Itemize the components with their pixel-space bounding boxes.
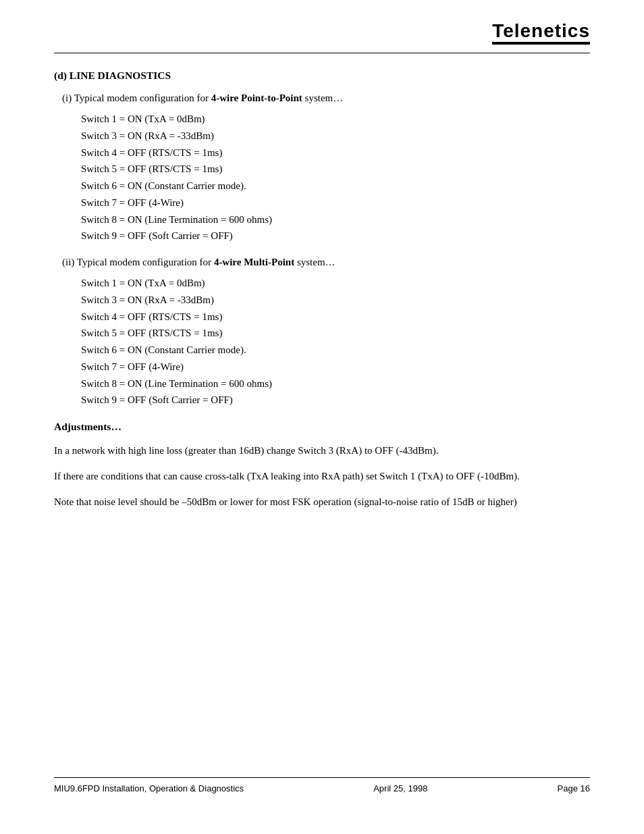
list-item: Switch 9 = OFF (Soft Carrier = OFF): [81, 392, 590, 409]
adjustment-para-3: Note that noise level should be –50dBm o…: [54, 494, 590, 510]
subsection-ii-suffix: system…: [294, 257, 335, 267]
header: Telenetics: [54, 20, 590, 42]
main-content: (d) LINE DIAGNOSTICS (i) Typical modem c…: [54, 70, 590, 777]
subsection-i-prefix: (i) Typical modem configuration for: [62, 93, 211, 103]
list-item: Switch 3 = ON (RxA = -33dBm): [81, 292, 590, 309]
subsection-i-label: (i) Typical modem configuration for 4-wi…: [62, 93, 590, 104]
list-item: Switch 7 = OFF (4-Wire): [81, 359, 590, 375]
list-item: Switch 5 = OFF (RTS/CTS = 1ms): [81, 161, 590, 178]
subsection-i-suffix: system…: [302, 93, 343, 103]
list-item: Switch 1 = ON (TxA = 0dBm): [81, 111, 590, 128]
list-item: Switch 8 = ON (Line Termination = 600 oh…: [81, 375, 590, 392]
footer-center: April 25, 1998: [373, 783, 427, 793]
list-item: Switch 1 = ON (TxA = 0dBm): [81, 275, 590, 292]
header-rule: [54, 53, 590, 53]
logo-text: Telenetics: [492, 20, 590, 45]
list-item: Switch 6 = ON (Constant Carrier mode).: [81, 342, 590, 359]
list-item: Switch 9 = OFF (Soft Carrier = OFF): [81, 228, 590, 244]
subsection-i-bold: 4-wire Point-to-Point: [211, 93, 302, 103]
list-item: Switch 4 = OFF (RTS/CTS = 1ms): [81, 309, 590, 325]
list-item: Switch 7 = OFF (4-Wire): [81, 194, 590, 211]
list-item: Switch 4 = OFF (RTS/CTS = 1ms): [81, 145, 590, 161]
list-item: Switch 8 = ON (Line Termination = 600 oh…: [81, 211, 590, 228]
adjustment-para-1: In a network with high line loss (greate…: [54, 442, 590, 459]
switch-list-i: Switch 1 = ON (TxA = 0dBm) Switch 3 = ON…: [81, 111, 590, 244]
logo: Telenetics: [492, 20, 590, 42]
footer-right: Page 16: [558, 783, 590, 793]
subsection-ii-prefix: (ii) Typical modem configuration for: [62, 257, 214, 267]
subsection-ii-label: (ii) Typical modem configuration for 4-w…: [62, 257, 590, 268]
switch-list-ii: Switch 1 = ON (TxA = 0dBm) Switch 3 = ON…: [81, 275, 590, 409]
list-item: Switch 3 = ON (RxA = -33dBm): [81, 128, 590, 145]
adjustment-para-2: If there are conditions that can cause c…: [54, 468, 590, 484]
footer-rule: [54, 777, 590, 778]
subsection-ii-bold: 4-wire Multi-Point: [214, 257, 294, 267]
page: Telenetics (d) LINE DIAGNOSTICS (i) Typi…: [0, 0, 644, 834]
footer-left: MIU9.6FPD Installation, Operation & Diag…: [54, 783, 244, 793]
adjustments-heading: Adjustments…: [54, 421, 590, 433]
list-item: Switch 6 = ON (Constant Carrier mode).: [81, 178, 590, 194]
list-item: Switch 5 = OFF (RTS/CTS = 1ms): [81, 325, 590, 342]
section-heading: (d) LINE DIAGNOSTICS: [54, 70, 590, 82]
footer: MIU9.6FPD Installation, Operation & Diag…: [54, 783, 590, 793]
